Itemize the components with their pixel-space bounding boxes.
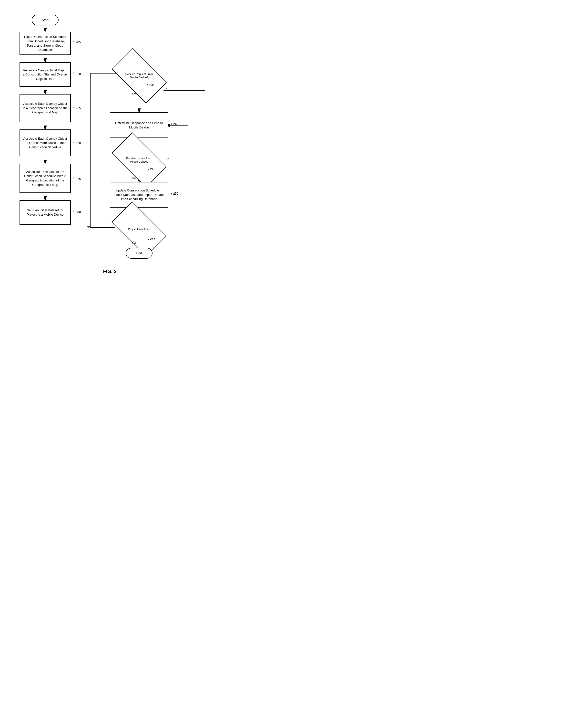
diamond-255: Project Complete? [115, 214, 164, 244]
box215-label: Associate Each Overlay Object to a Geogr… [23, 102, 68, 114]
ref-205: ∖ 205 [73, 40, 81, 44]
diagram-container: Start Export Construction Schedule From … [5, 7, 215, 264]
box-250: Update Construction Schedule in Local Da… [110, 182, 168, 208]
yes-label-3: Yes [132, 241, 137, 244]
no-label-1: No [165, 87, 169, 90]
box-225: Associate Each Task of the Construction … [20, 164, 71, 193]
box-230: Send an Initial Dataset for Project to a… [20, 200, 71, 225]
box-240: Determine Response and Send to Mobile De… [110, 112, 168, 138]
ref-235: ∖ 235 [146, 83, 155, 87]
ref-255: ∖ 255 [147, 237, 155, 240]
yes-label-2: Yes [132, 177, 137, 180]
box-220: Associate Each Overlay Object to One or … [20, 129, 71, 156]
box205-label: Export Construction Schedule From Schedu… [23, 35, 68, 52]
box-215: Associate Each Overlay Object to a Geogr… [20, 94, 71, 122]
yes-label-1: Yes [132, 92, 137, 96]
ref-240: ∖ 240 [170, 122, 178, 126]
no-label-2: No [165, 157, 169, 161]
ref-210: ∖ 210 [73, 72, 81, 76]
figure-caption: FIG. 2 [5, 269, 215, 274]
start-node: Start [32, 15, 59, 25]
box-205: Export Construction Schedule From Schedu… [20, 32, 71, 55]
fig-title: FIG. 2 [103, 269, 117, 274]
box-210: Receive a Geographical Map of a Construc… [20, 62, 71, 87]
ref-215: ∖ 215 [73, 106, 81, 110]
ref-250: ∖ 250 [170, 192, 178, 196]
box250-label: Update Construction Schedule in Local Da… [113, 188, 165, 201]
ref-230: ∖ 230 [73, 210, 81, 214]
start-label: Start [42, 18, 48, 22]
ref-220: ∖ 220 [73, 141, 81, 145]
box220-label: Associate Each Overlay Object to One or … [23, 136, 68, 150]
no-label-3: No [87, 226, 90, 229]
ref-245: ∖ 245 [147, 167, 155, 171]
box225-label: Associate Each Task of the Construction … [23, 170, 68, 187]
box230-label: Send an Initial Dataset for Project to a… [23, 208, 68, 217]
box210-label: Receive a Geographical Map of a Construc… [23, 68, 68, 81]
diamond-235: Receive Request From Mobile Device? [115, 61, 164, 90]
end-node: End [126, 248, 153, 259]
ref-225: ∖ 225 [73, 177, 81, 181]
end-label: End [136, 251, 142, 256]
box240-label: Determine Response and Send to Mobile De… [113, 121, 165, 129]
diamond-245: Receive Update From Mobile Device? [115, 145, 164, 175]
